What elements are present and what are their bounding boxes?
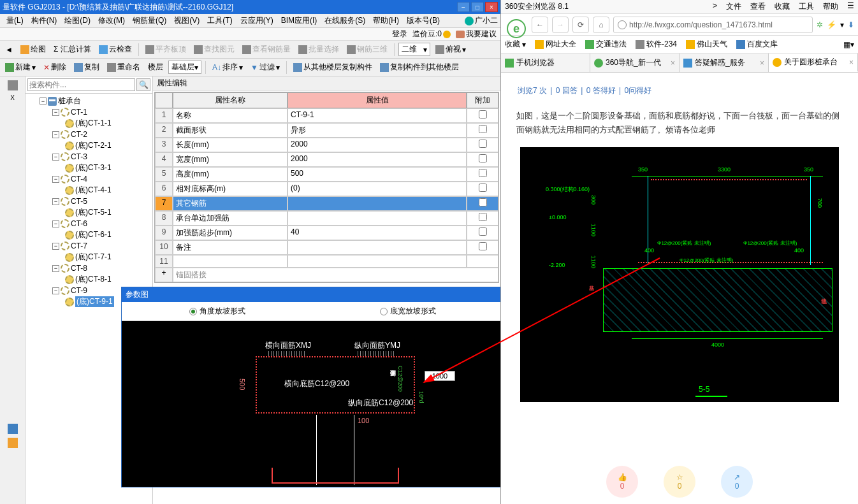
delete-button[interactable]: ✕删除 bbox=[41, 61, 69, 74]
rail-icon-1[interactable] bbox=[8, 80, 18, 90]
anchor-row[interactable]: 锚固搭接 bbox=[173, 268, 498, 282]
prop-row-11[interactable]: 11 bbox=[155, 255, 498, 268]
tree-sub-node[interactable]: (底)CT-2-1 bbox=[27, 140, 151, 152]
br-menu-more[interactable]: ☰ bbox=[847, 1, 854, 12]
rebar-qty-button[interactable]: 查看钢筋量 bbox=[240, 43, 293, 56]
tab-mobile[interactable]: 手机浏览器 bbox=[501, 54, 590, 72]
collapse-icon[interactable]: − bbox=[52, 220, 59, 227]
tree-ct-node[interactable]: −CT-7 bbox=[27, 241, 151, 251]
prop-value[interactable]: 异形 bbox=[287, 123, 467, 138]
collapse-icon[interactable]: − bbox=[52, 287, 59, 294]
menu-shitu[interactable]: 视图(V) bbox=[170, 14, 203, 27]
br-menu-help[interactable]: 帮助 bbox=[823, 1, 838, 12]
tree-root[interactable]: − 桩承台 bbox=[27, 95, 151, 107]
prop-row[interactable]: 7 其它钢筋 bbox=[155, 196, 498, 211]
search-button[interactable]: 🔍 bbox=[136, 78, 150, 91]
prop-extra-checkbox[interactable] bbox=[479, 169, 487, 177]
tree-sub-node[interactable]: (底)CT-3-1 bbox=[27, 162, 151, 174]
bm-item[interactable]: 百度文库 bbox=[736, 39, 778, 50]
menu-bim[interactable]: BIM应用(I) bbox=[277, 14, 321, 27]
param-value-input[interactable] bbox=[425, 371, 455, 381]
floor-combo[interactable]: 基础层▾ bbox=[168, 61, 201, 74]
like-button[interactable]: 👍0 bbox=[606, 466, 638, 498]
tab-question[interactable]: 关于圆形桩承台× bbox=[769, 54, 858, 72]
collapse-icon[interactable]: − bbox=[52, 131, 59, 138]
collapse-icon[interactable]: − bbox=[52, 154, 59, 161]
dim-combo[interactable]: 二维▾ bbox=[398, 43, 430, 56]
menu-version[interactable]: 版本号(B) bbox=[403, 14, 444, 27]
tab-360nav[interactable]: 360导航_新一代× bbox=[590, 54, 680, 72]
tree-ct-node[interactable]: −CT-6 bbox=[27, 219, 151, 229]
batch-button[interactable]: 批量选择 bbox=[296, 43, 342, 56]
prop-row[interactable]: 8 承台单边加强筋 bbox=[155, 211, 498, 226]
menu-liang[interactable]: 量(L) bbox=[3, 14, 27, 27]
prop-extra-checkbox[interactable] bbox=[479, 125, 487, 133]
favorite-button[interactable]: ☆0 bbox=[664, 466, 695, 498]
prop-row[interactable]: 3 长度(mm) 2000 bbox=[155, 138, 498, 152]
rename-button[interactable]: 重命名 bbox=[105, 61, 143, 74]
collapse-icon[interactable]: − bbox=[52, 176, 59, 183]
prop-extra-checkbox[interactable] bbox=[479, 110, 487, 119]
tree-ct-node[interactable]: −CT-4 bbox=[27, 174, 151, 184]
sum-button[interactable]: Σ 汇总计算 bbox=[51, 43, 94, 56]
tree-sub-node[interactable]: (底)CT-4-1 bbox=[27, 184, 151, 196]
floor-button[interactable]: 楼层 bbox=[145, 61, 166, 74]
flat-top-button[interactable]: 平齐板顶 bbox=[143, 43, 189, 56]
home-button[interactable]: ⌂ bbox=[593, 17, 609, 33]
tree-sub-node[interactable]: (底)CT-1-1 bbox=[27, 117, 151, 129]
ext-icon-4[interactable]: ⬇ bbox=[848, 20, 854, 29]
menu-gongju[interactable]: 工具(T) bbox=[203, 14, 236, 27]
tree-ct-node[interactable]: −CT-1 bbox=[27, 107, 151, 117]
minimize-button[interactable]: − bbox=[457, 2, 470, 12]
draw-button[interactable]: 绘图 bbox=[18, 43, 48, 56]
tree-ct-node[interactable]: −CT-2 bbox=[27, 129, 151, 140]
prop-value[interactable]: 2000 bbox=[287, 152, 467, 167]
collapse-icon[interactable]: − bbox=[52, 265, 59, 272]
tree-sub-node[interactable]: (底)CT-7-1 bbox=[27, 251, 151, 263]
br-menu-fav[interactable]: 收藏 bbox=[774, 1, 790, 12]
collapse-icon[interactable]: − bbox=[52, 109, 59, 116]
prop-value[interactable]: CT-9-1 bbox=[287, 108, 467, 123]
prop-row[interactable]: 6 相对底标高(m) (0) bbox=[155, 182, 498, 196]
menu-online[interactable]: 在线服务(S) bbox=[321, 14, 369, 27]
prop-value[interactable]: (0) bbox=[287, 182, 467, 196]
new-button[interactable]: 新建▾ bbox=[3, 61, 38, 74]
br-menu-view[interactable]: 查看 bbox=[750, 1, 766, 12]
search-input[interactable] bbox=[27, 78, 135, 91]
prop-extra-checkbox[interactable] bbox=[479, 213, 487, 221]
rail-icon-2[interactable] bbox=[8, 424, 18, 434]
collapse-icon[interactable]: − bbox=[52, 198, 59, 205]
prop-row[interactable]: 9 加强筋起步(mm) 40 bbox=[155, 226, 498, 240]
address-bar[interactable]: http://e.fwxgx.com/question_1471673.html bbox=[613, 17, 813, 33]
menu-huitu[interactable]: 绘图(D) bbox=[61, 14, 94, 27]
prop-value[interactable]: 500 bbox=[287, 167, 467, 182]
prop-row[interactable]: 5 高度(mm) 500 bbox=[155, 167, 498, 182]
view-button[interactable]: 俯视▾ bbox=[433, 43, 469, 56]
tree-sub-node[interactable]: (底)CT-8-1 bbox=[27, 273, 151, 285]
tab-close-icon[interactable]: × bbox=[849, 58, 854, 67]
rail-icon-3[interactable] bbox=[8, 438, 18, 448]
br-menu-tool[interactable]: 工具 bbox=[799, 1, 814, 12]
menu-yun[interactable]: 云应用(Y) bbox=[236, 14, 277, 27]
sort-button[interactable]: A↓排序▾ bbox=[210, 61, 245, 74]
forward-button[interactable]: → bbox=[552, 17, 569, 33]
cloud-check-button[interactable]: 云检查 bbox=[96, 43, 135, 56]
tree-ct-node[interactable]: −CT-3 bbox=[27, 152, 151, 162]
bm-fav[interactable]: 收藏▾ bbox=[505, 39, 526, 50]
close-button[interactable]: × bbox=[485, 2, 498, 12]
tree-ct-node[interactable]: −CT-5 bbox=[27, 196, 151, 206]
bm-grid-icon[interactable]: ▦▾ bbox=[843, 40, 854, 49]
bm-item[interactable]: 交通违法 bbox=[585, 39, 627, 50]
filter-button[interactable]: ▼过滤▾ bbox=[248, 61, 282, 74]
prop-extra-checkbox[interactable] bbox=[479, 227, 487, 236]
ext-icon-1[interactable]: ✲ bbox=[817, 20, 823, 29]
copy-button[interactable]: 复制 bbox=[71, 61, 102, 74]
suggest-link[interactable]: 我要建议 bbox=[456, 29, 497, 40]
share-button[interactable]: ↗0 bbox=[721, 466, 753, 498]
prop-extra-checkbox[interactable] bbox=[479, 154, 487, 162]
rebar3d-button[interactable]: 钢筋三维 bbox=[344, 43, 390, 56]
prop-value[interactable] bbox=[287, 211, 467, 226]
menu-gangjin[interactable]: 钢筋量(Q) bbox=[129, 14, 170, 27]
copy-from-button[interactable]: 从其他楼层复制构件 bbox=[291, 61, 375, 74]
tree-sub-node[interactable]: (底)CT-5-1 bbox=[27, 206, 151, 219]
